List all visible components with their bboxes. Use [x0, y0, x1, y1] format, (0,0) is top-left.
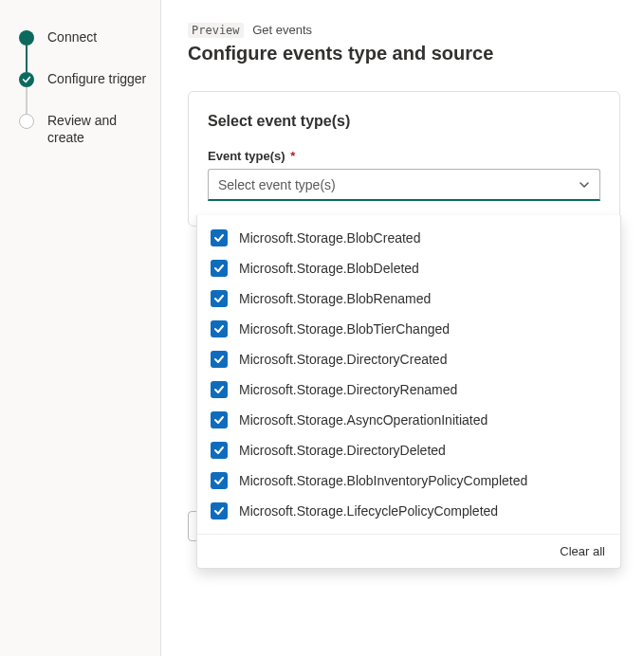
- step-marker-checked-icon: [19, 72, 34, 87]
- checkbox-checked-icon: [211, 381, 228, 398]
- breadcrumb: Preview Get events: [188, 23, 644, 37]
- dropdown-option[interactable]: Microsoft.Storage.BlobRenamed: [197, 283, 620, 314]
- event-types-dropdown[interactable]: Select event type(s): [208, 169, 600, 201]
- step-connector: [26, 87, 28, 114]
- dropdown-option[interactable]: Microsoft.Storage.DirectoryRenamed: [197, 374, 620, 405]
- dropdown-option-label: Microsoft.Storage.BlobTierChanged: [239, 321, 450, 337]
- step-label: Configure trigger: [47, 70, 146, 87]
- checkbox-checked-icon: [211, 290, 228, 307]
- required-marker: *: [290, 149, 295, 163]
- checkbox-checked-icon: [211, 351, 228, 368]
- checkbox-checked-icon: [211, 229, 228, 246]
- checkbox-checked-icon: [211, 260, 228, 277]
- dropdown-option[interactable]: Microsoft.Storage.BlobCreated: [197, 223, 620, 253]
- dropdown-panel-footer: Clear all: [197, 534, 620, 568]
- dropdown-option-label: Microsoft.Storage.AsyncOperationInitiate…: [239, 412, 488, 428]
- dropdown-option-label: Microsoft.Storage.DirectoryDeleted: [239, 443, 446, 458]
- dropdown-option[interactable]: Microsoft.Storage.AsyncOperationInitiate…: [197, 405, 620, 435]
- dropdown-option-label: Microsoft.Storage.LifecyclePolicyComplet…: [239, 503, 498, 519]
- section-title: Select event type(s): [208, 113, 600, 130]
- dropdown-option-label: Microsoft.Storage.BlobInventoryPolicyCom…: [239, 473, 527, 488]
- dropdown-option-label: Microsoft.Storage.BlobRenamed: [239, 291, 431, 306]
- step-connect[interactable]: Connect: [19, 28, 149, 70]
- page-title: Configure events type and source: [188, 43, 644, 64]
- field-label: Event type(s) *: [208, 149, 600, 163]
- checkbox-checked-icon: [211, 411, 228, 428]
- preview-badge: Preview: [188, 23, 244, 38]
- event-type-card: Select event type(s) Event type(s) * Sel…: [188, 91, 620, 227]
- dropdown-placeholder: Select event type(s): [218, 177, 336, 192]
- field-label-text: Event type(s): [208, 149, 285, 163]
- dropdown-option[interactable]: Microsoft.Storage.BlobDeleted: [197, 253, 620, 283]
- checkbox-checked-icon: [211, 472, 228, 489]
- chevron-down-icon: [579, 179, 590, 191]
- step-review-create[interactable]: Review and create: [19, 112, 149, 146]
- dropdown-option[interactable]: Microsoft.Storage.DirectoryCreated: [197, 344, 620, 374]
- dropdown-option[interactable]: Microsoft.Storage.BlobInventoryPolicyCom…: [197, 465, 620, 496]
- dropdown-option[interactable]: Microsoft.Storage.DirectoryDeleted: [197, 435, 620, 465]
- dropdown-option[interactable]: Microsoft.Storage.BlobTierChanged: [197, 314, 620, 344]
- breadcrumb-text: Get events: [252, 23, 312, 37]
- main-content: Preview Get events Configure events type…: [161, 0, 644, 656]
- checkbox-checked-icon: [211, 442, 228, 459]
- dropdown-option-label: Microsoft.Storage.BlobCreated: [239, 230, 420, 246]
- dropdown-option[interactable]: Microsoft.Storage.LifecyclePolicyComplet…: [197, 496, 620, 526]
- step-label: Connect: [47, 28, 97, 46]
- checkbox-checked-icon: [211, 502, 228, 519]
- wizard-steps-sidebar: Connect Configure trigger Review and cre…: [0, 0, 161, 656]
- dropdown-option-label: Microsoft.Storage.BlobDeleted: [239, 261, 419, 276]
- check-icon: [22, 75, 31, 84]
- step-connector: [26, 46, 28, 72]
- dropdown-option-list: Microsoft.Storage.BlobCreatedMicrosoft.S…: [197, 215, 620, 534]
- checkbox-checked-icon: [211, 320, 228, 337]
- event-types-dropdown-panel: Microsoft.Storage.BlobCreatedMicrosoft.S…: [196, 215, 621, 569]
- step-configure-trigger[interactable]: Configure trigger: [19, 70, 149, 112]
- step-marker-filled-icon: [19, 30, 34, 46]
- step-marker-empty-icon: [19, 114, 34, 129]
- step-label: Review and create: [47, 112, 149, 146]
- clear-all-button[interactable]: Clear all: [560, 544, 605, 558]
- dropdown-option-label: Microsoft.Storage.DirectoryCreated: [239, 352, 447, 367]
- dropdown-option-label: Microsoft.Storage.DirectoryRenamed: [239, 382, 457, 397]
